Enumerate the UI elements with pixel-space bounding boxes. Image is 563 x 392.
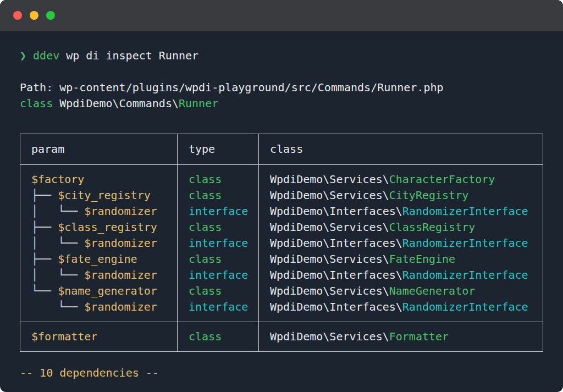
path-line: Path:wp-content/plugins/wpdi-playground/…: [20, 80, 543, 96]
class-cell: WpdiDemo\Interfaces\RandomizerInterface: [259, 203, 543, 219]
table-header-row: param type class: [20, 134, 543, 165]
class-name: RandomizerInterface: [402, 205, 528, 218]
table-row: ├── $city_registryclassWpdiDemo\Services…: [20, 187, 543, 203]
class-namespace: WpdiDemo\Interfaces\: [270, 205, 402, 218]
type-label: interface: [189, 205, 248, 218]
command-line: ❯ddevwp di inspect Runner: [20, 48, 543, 64]
command-program: ddev: [33, 49, 59, 62]
dependency-count: -- 10 dependencies --: [20, 365, 543, 381]
class-namespace: WpdiDemo\Commands\: [59, 97, 179, 110]
type-cell: interface: [178, 235, 259, 251]
table-row: └── $name_generatorclassWpdiDemo\Service…: [20, 283, 543, 299]
type-label: interface: [189, 236, 248, 250]
class-namespace: WpdiDemo\Interfaces\: [270, 300, 402, 313]
class-cell: WpdiDemo\Services\CharacterFactory: [259, 165, 543, 188]
param-cell: └── $randomizer: [20, 299, 178, 322]
class-cell: WpdiDemo\Interfaces\RandomizerInterface: [259, 235, 543, 251]
param-cell: ├── $fate_engine: [20, 251, 178, 267]
column-header-param: param: [20, 134, 178, 165]
table-header: param type class: [20, 134, 543, 165]
terminal-window: ❯ddevwp di inspect Runner Path:wp-conten…: [0, 0, 563, 392]
tree-prefix: │ └──: [31, 268, 84, 281]
param-name: $fate_engine: [58, 252, 137, 266]
param-cell: ├── $city_registry: [20, 187, 178, 203]
type-cell: class: [178, 187, 259, 203]
class-name: CityRegistry: [389, 189, 469, 202]
terminal-content[interactable]: ❯ddevwp di inspect Runner Path:wp-conten…: [0, 31, 563, 392]
column-header-type: type: [178, 134, 259, 165]
param-cell: $factory: [20, 165, 178, 188]
tree-prefix: ├──: [31, 252, 58, 266]
class-namespace: WpdiDemo\Services\: [270, 252, 389, 266]
table-row: │ └── $randomizerinterfaceWpdiDemo\Inter…: [20, 235, 543, 251]
table-section-formatter: $formatterclassWpdiDemo\Services\Formatt…: [20, 322, 543, 352]
class-cell: WpdiDemo\Services\NameGenerator: [259, 283, 543, 299]
param-cell: │ └── $randomizer: [20, 203, 178, 219]
class-name: RandomizerInterface: [402, 236, 528, 250]
param-name: $class_registry: [58, 220, 157, 234]
param-name: $name_generator: [58, 284, 157, 297]
type-label: class: [189, 252, 222, 266]
type-label: class: [189, 330, 222, 343]
class-name: RandomizerInterface: [402, 268, 528, 281]
type-cell: class: [178, 283, 259, 299]
tree-prefix: ├──: [31, 220, 58, 234]
class-name: RandomizerInterface: [402, 300, 528, 313]
class-namespace: WpdiDemo\Services\: [270, 173, 389, 186]
class-name: ClassRegistry: [389, 220, 476, 234]
class-name: CharacterFactory: [389, 173, 495, 186]
table-section-dependencies: $factoryclassWpdiDemo\Services\Character…: [20, 165, 543, 322]
class-keyword: class: [20, 97, 53, 110]
param-name: $randomizer: [84, 236, 157, 250]
tree-prefix: └──: [31, 300, 84, 313]
tree-prefix: ├──: [31, 189, 58, 202]
table-row: $formatterclassWpdiDemo\Services\Formatt…: [20, 322, 543, 352]
param-name: $randomizer: [84, 268, 157, 281]
type-label: class: [189, 189, 222, 202]
type-cell: interface: [178, 299, 259, 322]
table-row: │ └── $randomizerinterfaceWpdiDemo\Inter…: [20, 203, 543, 219]
class-cell: WpdiDemo\Services\FateEngine: [259, 251, 543, 267]
table-row: └── $randomizerinterfaceWpdiDemo\Interfa…: [20, 299, 543, 322]
type-label: class: [189, 284, 222, 297]
class-namespace: WpdiDemo\Interfaces\: [270, 268, 402, 281]
class-cell: WpdiDemo\Interfaces\RandomizerInterface: [259, 267, 543, 283]
type-cell: class: [178, 165, 259, 188]
path-label: Path:: [20, 81, 53, 94]
type-label: interface: [189, 268, 248, 281]
param-cell: ├── $class_registry: [20, 219, 178, 235]
class-namespace: WpdiDemo\Interfaces\: [270, 236, 402, 250]
param-name: $randomizer: [84, 205, 157, 218]
type-label: class: [189, 220, 222, 234]
path-value: wp-content/plugins/wpdi-playground/src/C…: [59, 81, 443, 94]
type-cell: interface: [178, 203, 259, 219]
class-name: Formatter: [389, 330, 449, 343]
table-row: ├── $class_registryclassWpdiDemo\Service…: [20, 219, 543, 235]
class-namespace: WpdiDemo\Services\: [270, 330, 389, 343]
close-button[interactable]: [13, 11, 22, 20]
type-cell: class: [178, 219, 259, 235]
tree-prefix: │ └──: [31, 236, 84, 250]
class-cell: WpdiDemo\Interfaces\RandomizerInterface: [259, 299, 543, 322]
class-cell: WpdiDemo\Services\CityRegistry: [259, 187, 543, 203]
param-name: $formatter: [31, 330, 97, 343]
type-cell: class: [178, 251, 259, 267]
class-name: NameGenerator: [389, 284, 476, 297]
minimize-button[interactable]: [30, 11, 38, 20]
class-namespace: WpdiDemo\Services\: [270, 189, 389, 202]
dependency-table: param type class $factoryclassWpdiDemo\S…: [20, 134, 543, 352]
command-args: wp di inspect Runner: [66, 49, 198, 62]
type-cell: class: [178, 322, 259, 352]
param-name: $randomizer: [84, 300, 157, 313]
table-row: ├── $fate_engineclassWpdiDemo\Services\F…: [20, 251, 543, 267]
class-cell: WpdiDemo\Services\ClassRegistry: [259, 219, 543, 235]
class-namespace: WpdiDemo\Services\: [270, 220, 389, 234]
class-namespace: WpdiDemo\Services\: [270, 284, 389, 297]
param-cell: │ └── $randomizer: [20, 235, 178, 251]
class-line: classWpdiDemo\Commands\Runner: [20, 96, 543, 112]
param-name: $city_registry: [58, 189, 151, 202]
zoom-button[interactable]: [46, 11, 55, 20]
window-titlebar: [0, 0, 563, 31]
class-cell: WpdiDemo\Services\Formatter: [259, 322, 543, 352]
table-row: $factoryclassWpdiDemo\Services\Character…: [20, 165, 543, 188]
